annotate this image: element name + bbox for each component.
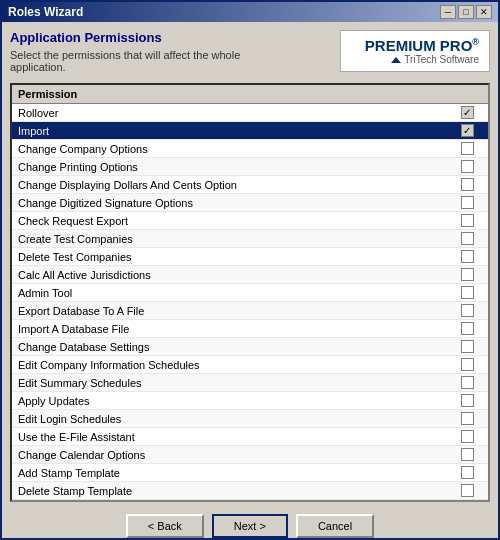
permission-checkbox-cell <box>452 196 482 209</box>
maximize-button[interactable]: □ <box>458 5 474 19</box>
permission-checkbox-cell <box>452 304 482 317</box>
permission-checkbox[interactable] <box>461 214 474 227</box>
window-content: Application Permissions Select the permi… <box>2 22 498 540</box>
permission-label: Change Calendar Options <box>18 449 452 461</box>
permission-checkbox[interactable] <box>461 124 474 137</box>
table-row[interactable]: Apply Updates <box>12 392 488 410</box>
permission-checkbox[interactable] <box>461 394 474 407</box>
table-row[interactable]: Import A Database File <box>12 320 488 338</box>
permission-checkbox[interactable] <box>461 448 474 461</box>
table-row[interactable]: Rollover <box>12 104 488 122</box>
permission-label: Add Stamp Template <box>18 467 452 479</box>
permission-checkbox-cell <box>452 340 482 353</box>
table-row[interactable]: Export Database To A File <box>12 302 488 320</box>
permission-checkbox[interactable] <box>461 196 474 209</box>
roles-wizard-window: Roles Wizard ─ □ ✕ Application Permissio… <box>0 0 500 540</box>
table-row[interactable]: Import <box>12 122 488 140</box>
permission-checkbox[interactable] <box>461 466 474 479</box>
permission-label: Import A Database File <box>18 323 452 335</box>
permission-checkbox[interactable] <box>461 322 474 335</box>
back-button[interactable]: < Back <box>126 514 204 538</box>
permission-checkbox[interactable] <box>461 340 474 353</box>
permission-label: Delete Stamp Template <box>18 485 452 497</box>
permission-checkbox-cell <box>452 358 482 371</box>
permission-checkbox[interactable] <box>461 358 474 371</box>
section-title: Application Permissions <box>10 30 270 45</box>
table-row[interactable]: Change Database Settings <box>12 338 488 356</box>
table-row[interactable]: Change Company Options <box>12 140 488 158</box>
permission-checkbox[interactable] <box>461 268 474 281</box>
permission-label: Edit Company Information Schedules <box>18 359 452 371</box>
permission-label: Rollover <box>18 107 452 119</box>
brand-subtitle: TriTech Software <box>351 54 479 65</box>
footer: < Back Next > Cancel <box>10 508 490 540</box>
permission-label: Apply Updates <box>18 395 452 407</box>
permission-checkbox[interactable] <box>461 412 474 425</box>
permission-label: Change Digitized Signature Options <box>18 197 452 209</box>
permission-label: Import <box>18 125 452 137</box>
permission-checkbox-cell <box>452 412 482 425</box>
permission-label: Use the E-File Assistant <box>18 431 452 443</box>
permissions-table: Permission RolloverImportChange Company … <box>10 83 490 502</box>
minimize-button[interactable]: ─ <box>440 5 456 19</box>
close-button[interactable]: ✕ <box>476 5 492 19</box>
header-left: Application Permissions Select the permi… <box>10 30 270 73</box>
permission-checkbox[interactable] <box>461 160 474 173</box>
permission-checkbox-cell <box>452 268 482 281</box>
permission-checkbox-cell <box>452 250 482 263</box>
table-row[interactable]: Check Request Export <box>12 212 488 230</box>
permission-checkbox[interactable] <box>461 178 474 191</box>
table-row[interactable]: Admin Tool <box>12 284 488 302</box>
table-row[interactable]: Change Digitized Signature Options <box>12 194 488 212</box>
brand-box: PREMIUM PRO® TriTech Software <box>340 30 490 72</box>
permission-checkbox-cell <box>452 466 482 479</box>
permission-checkbox[interactable] <box>461 430 474 443</box>
title-bar: Roles Wizard ─ □ ✕ <box>2 2 498 22</box>
permission-checkbox[interactable] <box>461 304 474 317</box>
table-row[interactable]: Edit Login Schedules <box>12 410 488 428</box>
permission-checkbox[interactable] <box>461 106 474 119</box>
permission-checkbox-cell <box>452 214 482 227</box>
table-header: Permission <box>12 85 488 104</box>
permission-checkbox[interactable] <box>461 250 474 263</box>
permission-label: Change Company Options <box>18 143 452 155</box>
permission-checkbox-cell <box>452 106 482 119</box>
column-header-permission: Permission <box>18 88 436 100</box>
table-scroll-area[interactable]: RolloverImportChange Company OptionsChan… <box>12 104 488 500</box>
permission-label: Edit Summary Schedules <box>18 377 452 389</box>
table-row[interactable]: Create Test Companies <box>12 230 488 248</box>
permission-checkbox[interactable] <box>461 376 474 389</box>
table-row[interactable]: Edit Summary Schedules <box>12 374 488 392</box>
table-row[interactable]: Edit Company Information Schedules <box>12 356 488 374</box>
table-row[interactable]: Change Calendar Options <box>12 446 488 464</box>
permission-checkbox[interactable] <box>461 286 474 299</box>
title-bar-controls: ─ □ ✕ <box>440 5 492 19</box>
next-button[interactable]: Next > <box>212 514 288 538</box>
permission-checkbox-cell <box>452 484 482 497</box>
table-row[interactable]: Calc All Active Jurisdictions <box>12 266 488 284</box>
permission-checkbox[interactable] <box>461 484 474 497</box>
permission-checkbox-cell <box>452 142 482 155</box>
table-row[interactable]: Delete Stamp Template <box>12 482 488 500</box>
permission-checkbox[interactable] <box>461 232 474 245</box>
table-row[interactable]: Use the E-File Assistant <box>12 428 488 446</box>
header-area: Application Permissions Select the permi… <box>10 30 490 73</box>
table-row[interactable]: Change Displaying Dollars And Cents Opti… <box>12 176 488 194</box>
permission-label: Admin Tool <box>18 287 452 299</box>
permission-checkbox-cell <box>452 286 482 299</box>
permission-checkbox-cell <box>452 322 482 335</box>
permission-label: Change Database Settings <box>18 341 452 353</box>
permission-checkbox-cell <box>452 448 482 461</box>
window-title: Roles Wizard <box>8 5 83 19</box>
permission-label: Export Database To A File <box>18 305 452 317</box>
permission-checkbox-cell <box>452 394 482 407</box>
permission-checkbox-cell <box>452 160 482 173</box>
table-row[interactable]: Delete Test Companies <box>12 248 488 266</box>
permission-checkbox[interactable] <box>461 142 474 155</box>
cancel-button[interactable]: Cancel <box>296 514 374 538</box>
permission-checkbox-cell <box>452 232 482 245</box>
table-row[interactable]: Add Stamp Template <box>12 464 488 482</box>
table-row[interactable]: Change Printing Options <box>12 158 488 176</box>
permission-label: Edit Login Schedules <box>18 413 452 425</box>
permission-checkbox-cell <box>452 178 482 191</box>
